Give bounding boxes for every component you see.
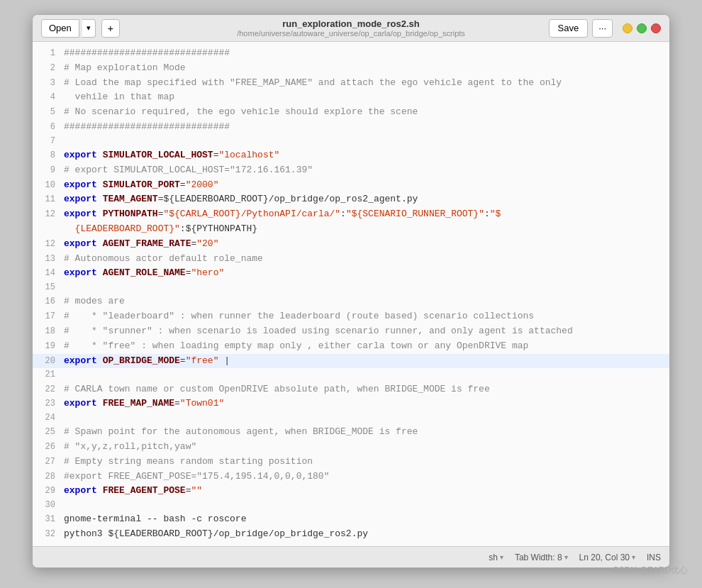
table-row: 27 # Empty string means random starting … [33,455,669,470]
table-row: 22 # CARLA town name or custom OpenDRIVE… [33,382,669,397]
open-button[interactable]: Open [41,19,79,38]
title-path: /home/universe/autoware_universe/op_carl… [237,29,465,38]
table-row: 21 [33,368,669,382]
table-row: 13 # Autonomous actor default role_name [33,252,669,267]
table-row: 32 python3 ${LEADERBOARD_ROOT}/op_bridge… [33,527,669,542]
table-row: 8 export SIMULATOR_LOCAL_HOST="localhost… [33,148,669,163]
maximize-button[interactable] [637,23,647,33]
tab-width-label: Tab Width: 8 [515,553,562,562]
language-chevron: ▾ [500,553,503,561]
table-row: 19 # * "free" : when loading empty map o… [33,339,669,354]
table-row: 30 [33,499,669,512]
traffic-lights [623,23,661,33]
table-row: {LEADERBOARD_ROOT}":${PYTHONPATH} [33,222,669,237]
position-chevron: ▾ [632,553,635,561]
table-row: 24 [33,411,669,425]
insert-mode-label: INS [647,553,661,562]
table-row: 29 export FREE_AGENT_POSE="" [33,484,669,499]
table-row: 7 [33,135,669,148]
table-row: 26 # "x,y,z,roll,pitch,yaw" [33,440,669,455]
table-row: 5 # No scenario required, the ego vehicl… [33,105,669,120]
table-row: 1 ############################## [33,46,669,61]
table-row: 6 ############################## [33,120,669,135]
language-selector[interactable]: sh ▾ [489,553,503,562]
titlebar: Open ▾ + run_exploration_mode_ros2.sh /h… [33,15,669,42]
table-row: 9 # export SIMULATOR_LOCAL_HOST="172.16.… [33,163,669,178]
table-row: 17 # * "leaderboard" : when runner the l… [33,309,669,324]
watermark: CSDN @ZARD忧心 [613,565,688,577]
more-button[interactable]: ··· [592,19,613,38]
editor-area[interactable]: 1 ############################## 2 # Map… [33,42,669,546]
open-dropdown-button[interactable]: ▾ [82,19,96,38]
table-row: 10 export SIMULATOR_PORT="2000" [33,178,669,193]
cursor-position[interactable]: Ln 20, Col 30 ▾ [579,553,635,562]
table-row: 12 export AGENT_FRAME_RATE="20" [33,237,669,252]
table-row: 4 vehile in that map [33,90,669,105]
table-row: 28 #export FREE_AGENT_POSE="175.4,195.14… [33,470,669,484]
title-filename: run_exploration_mode_ros2.sh [237,18,465,29]
table-row: 2 # Map exploration Mode [33,61,669,76]
add-tab-button[interactable]: + [101,19,120,38]
toolbar-right: Save ··· [549,19,661,38]
table-row: 14 export AGENT_ROLE_NAME="hero" [33,266,669,281]
table-row: 25 # Spawn point for the autonomous agen… [33,425,669,440]
close-button[interactable] [651,23,661,33]
table-row: 12 export PYTHONPATH="${CARLA_ROOT}/Pyth… [33,207,669,222]
table-row: 16 # modes are [33,294,669,309]
table-row: 11 export TEAM_AGENT=${LEADERBOARD_ROOT}… [33,192,669,207]
language-label: sh [489,553,498,562]
table-row: 23 export FREE_MAP_NAME="Town01" [33,396,669,411]
tab-width-selector[interactable]: Tab Width: 8 ▾ [515,553,568,562]
title-center: run_exploration_mode_ros2.sh /home/unive… [237,18,465,38]
table-row: 3 # Load the map specified with "FREE_MA… [33,76,669,91]
statusbar: sh ▾ Tab Width: 8 ▾ Ln 20, Col 30 ▾ INS [33,546,669,567]
insert-mode[interactable]: INS [647,553,661,562]
minimize-button[interactable] [623,23,633,33]
save-button[interactable]: Save [549,19,589,38]
table-row: 20 export OP_BRIDGE_MODE="free" | [33,354,669,369]
cursor-position-label: Ln 20, Col 30 [579,553,630,562]
table-row: 15 [33,281,669,294]
toolbar-left: Open ▾ + [41,19,120,38]
tab-width-chevron: ▾ [564,553,568,561]
table-row: 31 gnome-terminal -- bash -c roscore [33,512,669,527]
table-row: 18 # * "srunner" : when scenario is load… [33,324,669,339]
